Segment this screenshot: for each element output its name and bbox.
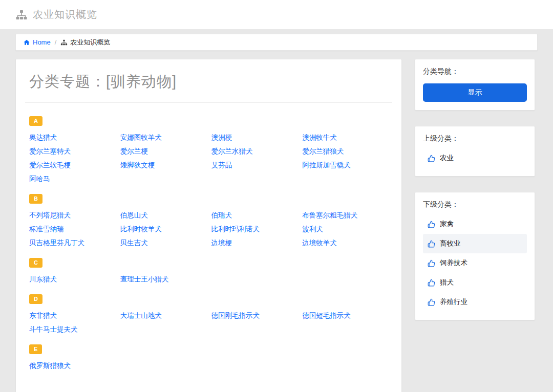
category-link-label: 饲养技术: [440, 258, 467, 268]
category-link-label: 家禽: [440, 220, 454, 229]
category-link[interactable]: 家禽: [423, 214, 527, 234]
topic-link-grid: 东非猎犬大瑞士山地犬德国刚毛指示犬德国短毛指示犬斗牛马士提夫犬: [29, 311, 388, 334]
letter-groups: A奥达猎犬安娜图牧羊犬澳洲梗澳洲牧牛犬爱尔兰塞特犬爱尔兰梗爱尔兰水猎犬爱尔兰猎狼…: [25, 112, 392, 371]
topic-link[interactable]: 比利时牧羊犬: [120, 225, 206, 234]
topic-link[interactable]: 爱尔兰梗: [120, 147, 206, 156]
breadcrumb-home-label: Home: [33, 38, 51, 46]
category-link-label: 养殖行业: [440, 297, 467, 307]
letter-group-C: C川东猎犬查理士王小猎犬: [25, 254, 392, 284]
category-link[interactable]: 饲养技术: [423, 253, 527, 273]
topic-link[interactable]: 伯恩山犬: [120, 211, 206, 220]
topic-link[interactable]: 澳洲牧牛犬: [302, 133, 388, 142]
topic-link[interactable]: 安娜图牧羊犬: [120, 133, 206, 142]
category-nav-label: 分类导航：: [423, 67, 527, 76]
topic-link[interactable]: 比利时玛利诺犬: [211, 225, 297, 234]
app-header: 农业知识概览: [0, 0, 553, 29]
topic-link[interactable]: 阿哈马: [29, 175, 115, 184]
letter-group-A: A奥达猎犬安娜图牧羊犬澳洲梗澳洲牧牛犬爱尔兰塞特犬爱尔兰梗爱尔兰水猎犬爱尔兰猎狼…: [25, 112, 392, 184]
sitemap-icon-small: [60, 39, 68, 46]
topic-link[interactable]: 川东猎犬: [29, 275, 115, 284]
show-button[interactable]: 显示: [423, 83, 527, 102]
parent-category-card: 上级分类： 农业: [415, 126, 535, 177]
topic-link[interactable]: 伯瑞犬: [211, 211, 297, 220]
topic-link[interactable]: 边境梗: [211, 238, 297, 248]
category-link-label: 猎犬: [440, 278, 454, 287]
thumbs-up-icon: [428, 240, 435, 248]
topic-link[interactable]: 查理士王小猎犬: [120, 275, 206, 284]
topic-link-grid: 川东猎犬查理士王小猎犬: [29, 275, 388, 284]
letter-badge: B: [29, 194, 42, 204]
topic-link[interactable]: 德国短毛指示犬: [302, 311, 388, 320]
sidebar: 分类导航： 显示 上级分类： 农业 下级分类： 家禽畜牧业饲养技术猎犬养殖行业: [415, 59, 535, 336]
child-category-card: 下级分类： 家禽畜牧业饲养技术猎犬养殖行业: [415, 192, 535, 320]
category-link[interactable]: 猎犬: [423, 273, 527, 292]
topic-link[interactable]: 不列塔尼猎犬: [29, 211, 115, 220]
topic-link[interactable]: 奥达猎犬: [29, 133, 115, 142]
topic-link[interactable]: 澳洲梗: [211, 133, 297, 142]
child-category-label: 下级分类：: [423, 200, 527, 209]
topic-link[interactable]: 东非猎犬: [29, 311, 115, 320]
category-link-label: 农业: [440, 154, 454, 163]
topic-link-grid: 俄罗斯猎狼犬: [29, 361, 388, 371]
letter-group-D: D东非猎犬大瑞士山地犬德国刚毛指示犬德国短毛指示犬斗牛马士提夫犬: [25, 290, 392, 334]
topic-link[interactable]: 大瑞士山地犬: [120, 311, 206, 320]
letter-group-B: B不列塔尼猎犬伯恩山犬伯瑞犬布鲁塞尔粗毛猎犬标准雪纳瑞比利时牧羊犬比利时玛利诺犬…: [25, 190, 392, 248]
title-divider: [25, 102, 392, 103]
topic-link[interactable]: 贝吉格里芬凡丁犬: [29, 238, 115, 248]
app-title: 农业知识概览: [33, 8, 97, 21]
topic-link[interactable]: 矮脚狄文梗: [120, 161, 206, 170]
content-layout: 分类专题：[驯养动物] A奥达猎犬安娜图牧羊犬澳洲梗澳洲牧牛犬爱尔兰塞特犬爱尔兰…: [15, 59, 538, 392]
topic-link[interactable]: 德国刚毛指示犬: [211, 311, 297, 320]
letter-badge: D: [29, 294, 42, 304]
thumbs-up-icon: [428, 298, 435, 306]
topic-link[interactable]: 布鲁塞尔粗毛猎犬: [302, 211, 388, 220]
category-link[interactable]: 养殖行业: [423, 292, 527, 312]
sitemap-icon: [15, 9, 28, 21]
category-link-label: 畜牧业: [440, 239, 461, 248]
breadcrumb-separator: /: [55, 38, 57, 46]
letter-badge: E: [29, 344, 42, 354]
thumbs-up-icon: [428, 155, 435, 162]
topic-link-grid: 奥达猎犬安娜图牧羊犬澳洲梗澳洲牧牛犬爱尔兰塞特犬爱尔兰梗爱尔兰水猎犬爱尔兰猎狼犬…: [29, 133, 388, 184]
topic-link[interactable]: 艾芬品: [211, 161, 297, 170]
letter-badge: C: [29, 258, 42, 268]
topic-link[interactable]: 爱尔兰软毛梗: [29, 161, 115, 170]
topic-link[interactable]: 标准雪纳瑞: [29, 225, 115, 234]
letter-badge: A: [29, 116, 42, 126]
category-nav-card: 分类导航： 显示: [415, 59, 535, 111]
page-title: 分类专题：[驯养动物]: [25, 72, 392, 92]
topic-link[interactable]: 爱尔兰塞特犬: [29, 147, 115, 156]
breadcrumb: Home / 农业知识概览: [15, 34, 538, 51]
topic-link[interactable]: 斗牛马士提夫犬: [29, 325, 115, 334]
category-link[interactable]: 畜牧业: [423, 234, 527, 253]
breadcrumb-home-link[interactable]: Home: [23, 38, 51, 46]
breadcrumb-current: 农业知识概览: [60, 38, 110, 47]
topic-panel: 分类专题：[驯养动物] A奥达猎犬安娜图牧羊犬澳洲梗澳洲牧牛犬爱尔兰塞特犬爱尔兰…: [15, 59, 402, 392]
breadcrumb-current-label: 农业知识概览: [70, 38, 110, 47]
thumbs-up-icon: [428, 221, 435, 228]
thumbs-up-icon: [428, 279, 435, 287]
topic-link[interactable]: 俄罗斯猎狼犬: [29, 361, 115, 371]
topic-link[interactable]: 爱尔兰水猎犬: [211, 147, 297, 156]
parent-category-list: 农业: [423, 148, 527, 168]
topic-link-grid: 不列塔尼猎犬伯恩山犬伯瑞犬布鲁塞尔粗毛猎犬标准雪纳瑞比利时牧羊犬比利时玛利诺犬波…: [29, 211, 388, 248]
home-icon: [23, 39, 30, 46]
topic-link[interactable]: 爱尔兰猎狼犬: [302, 147, 388, 156]
topic-link[interactable]: 边境牧羊犬: [302, 238, 388, 248]
child-category-list: 家禽畜牧业饲养技术猎犬养殖行业: [423, 214, 527, 312]
letter-group-E: E俄罗斯猎狼犬: [25, 340, 392, 371]
parent-category-label: 上级分类：: [423, 134, 527, 143]
topic-link[interactable]: 阿拉斯加雪橇犬: [302, 161, 388, 170]
category-link[interactable]: 农业: [423, 148, 527, 168]
thumbs-up-icon: [428, 259, 435, 267]
topic-link[interactable]: 波利犬: [302, 225, 388, 234]
topic-link[interactable]: 贝生吉犬: [120, 238, 206, 248]
